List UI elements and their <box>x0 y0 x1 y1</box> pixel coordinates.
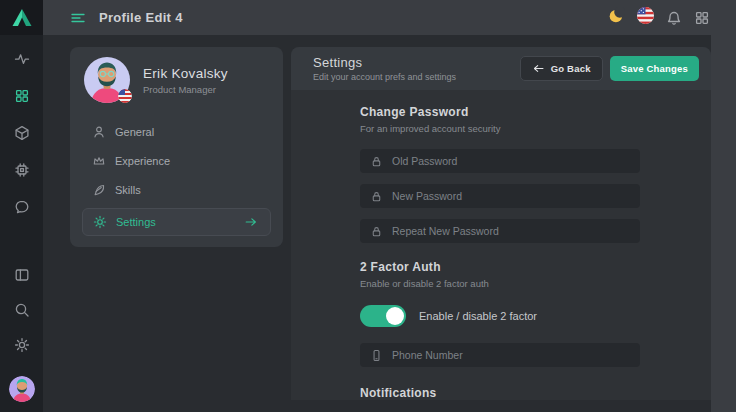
new-password-input[interactable] <box>392 190 630 202</box>
repeat-password-input[interactable] <box>392 225 630 237</box>
menu-item-label: General <box>115 126 154 138</box>
two-factor-section-title: 2 Factor Auth <box>360 260 711 274</box>
password-section-subtitle: For an improved account security <box>360 123 711 134</box>
settings-body: Change Password For an improved account … <box>291 90 711 400</box>
two-factor-toggle[interactable] <box>360 305 406 327</box>
repeat-password-field[interactable] <box>360 219 640 243</box>
password-section-title: Change Password <box>360 105 711 119</box>
lock-icon <box>370 155 383 168</box>
two-factor-toggle-row: Enable / disable 2 factor <box>360 305 711 327</box>
two-factor-toggle-label: Enable / disable 2 factor <box>419 310 537 322</box>
profile-role: Product Manager <box>143 84 228 95</box>
package-icon[interactable] <box>14 125 30 141</box>
triangle-logo-icon <box>11 8 33 27</box>
settings-heading: Settings Edit your account prefs and set… <box>313 55 456 82</box>
user-avatar-image <box>9 376 35 402</box>
menu-item-label: Experience <box>115 155 170 167</box>
user-avatar[interactable] <box>9 376 35 402</box>
save-changes-button[interactable]: Save Changes <box>610 56 699 81</box>
menu-item-skills[interactable]: Skills <box>70 175 283 204</box>
activity-icon[interactable] <box>14 51 30 67</box>
modules-grid-icon[interactable] <box>14 88 30 104</box>
us-flag-icon[interactable] <box>637 7 654 28</box>
chat-icon[interactable] <box>14 199 30 215</box>
menu-item-label: Skills <box>115 184 141 196</box>
settings-header: Settings Edit your account prefs and set… <box>291 47 711 90</box>
profile-menu: General Experience Skills Settings <box>70 117 283 236</box>
menu-item-general[interactable]: General <box>70 117 283 146</box>
topbar-actions <box>608 7 710 28</box>
bell-icon[interactable] <box>666 10 682 26</box>
old-password-input[interactable] <box>392 155 630 167</box>
content-area: Erik Kovalsky Product Manager General Ex… <box>43 35 711 412</box>
go-back-label: Go Back <box>551 63 591 74</box>
arrow-right-icon <box>244 215 258 229</box>
main-area: Erik Kovalsky Product Manager General Ex… <box>43 35 736 412</box>
sidebar-nav <box>14 51 30 215</box>
menu-item-experience[interactable]: Experience <box>70 146 283 175</box>
profile-name: Erik Kovalsky <box>143 66 228 81</box>
profile-card: Erik Kovalsky Product Manager General Ex… <box>70 47 283 247</box>
crown-icon <box>92 154 106 168</box>
phone-number-input[interactable] <box>392 349 630 361</box>
lock-icon <box>370 190 383 203</box>
old-password-field[interactable] <box>360 149 640 173</box>
password-fields <box>360 149 640 243</box>
new-password-field[interactable] <box>360 184 640 208</box>
sidebar-footer <box>9 267 35 412</box>
person-icon <box>92 125 106 139</box>
notifications-section-title: Notifications <box>360 386 711 400</box>
gear-icon[interactable] <box>14 337 30 353</box>
sidebar <box>0 0 43 412</box>
toggle-knob <box>386 307 404 325</box>
menu-item-settings[interactable]: Settings <box>82 208 271 236</box>
go-back-button[interactable]: Go Back <box>520 56 603 81</box>
settings-title: Settings <box>313 55 456 70</box>
topbar: Profile Edit 4 <box>43 0 736 35</box>
app-logo[interactable] <box>0 0 43 35</box>
phone-field-wrap <box>360 343 640 367</box>
save-changes-label: Save Changes <box>621 63 688 74</box>
two-factor-section-subtitle: Enable or disable 2 factor auth <box>360 278 711 289</box>
settings-subtitle: Edit your account prefs and settings <box>313 72 456 82</box>
profile-avatar <box>84 57 130 103</box>
cpu-icon[interactable] <box>14 162 30 178</box>
menu-item-label: Settings <box>116 216 156 228</box>
search-icon[interactable] <box>14 302 30 318</box>
settings-actions: Go Back Save Changes <box>520 56 699 81</box>
settings-panel: Settings Edit your account prefs and set… <box>291 47 711 400</box>
gear-icon <box>93 215 107 229</box>
profile-identity: Erik Kovalsky Product Manager <box>143 66 228 95</box>
arrow-left-icon <box>532 62 545 75</box>
phone-icon <box>370 349 383 362</box>
feather-icon <box>92 183 106 197</box>
page-title: Profile Edit 4 <box>99 10 183 25</box>
moon-icon[interactable] <box>608 7 625 28</box>
apps-grid-icon[interactable] <box>694 10 710 26</box>
avatar-flag-badge-icon <box>118 89 132 103</box>
phone-number-field[interactable] <box>360 343 640 367</box>
layout-panel-icon[interactable] <box>14 267 30 283</box>
lock-icon <box>370 225 383 238</box>
profile-header: Erik Kovalsky Product Manager <box>70 47 283 103</box>
hamburger-menu-icon[interactable] <box>70 10 86 26</box>
